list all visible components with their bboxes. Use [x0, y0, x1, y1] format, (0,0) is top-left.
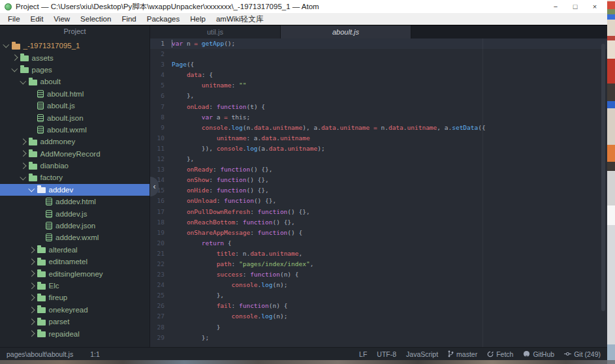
tree-item-fireup[interactable]: fireup [0, 292, 150, 303]
tree-item-editnametel[interactable]: editnametel [0, 256, 150, 267]
code-line[interactable]: 29 }; [150, 333, 607, 343]
chevron-down-icon[interactable] [20, 78, 26, 83]
tree-item-addmoney[interactable]: addmoney [0, 136, 150, 147]
tree-item-assets[interactable]: assets [0, 52, 150, 63]
code-line[interactable]: 18 onReachBottom: function() {}, [150, 217, 607, 228]
code-line[interactable]: 1var n = getApp(); [150, 38, 607, 49]
tree-item-Elc[interactable]: Elc [0, 280, 150, 292]
chevron-right-icon[interactable] [20, 162, 26, 168]
code-line[interactable]: 23 success: function(n) { [150, 269, 607, 280]
chevron-right-icon[interactable] [29, 271, 35, 277]
menu-amwiki[interactable]: amWiki轻文库 [211, 14, 268, 24]
chevron-right-icon[interactable] [20, 151, 26, 157]
code-line[interactable]: 3Page({ [150, 59, 607, 70]
menu-help[interactable]: Help [185, 15, 211, 23]
tab-utiljs[interactable]: util.js [150, 25, 281, 38]
tree-item-aboult.wxml[interactable]: aboult.wxml [0, 124, 150, 136]
code-line[interactable]: 8 var a = this; [150, 112, 607, 123]
tree-item-pages[interactable]: pages [0, 64, 150, 76]
tree-item-adddev.json[interactable]: adddev.json [0, 220, 150, 232]
code-line[interactable]: 16 onUnload: function() {}, [150, 196, 607, 206]
tree-item-aboult.js[interactable]: aboult.js [0, 100, 150, 112]
chevron-right-icon[interactable] [29, 331, 35, 337]
tree-item-AddMoneyRecord[interactable]: AddMoneyRecord [0, 148, 150, 160]
tab-aboultjs[interactable]: aboult.js [281, 25, 411, 38]
code-line[interactable]: 14 onShow: function() {}, [150, 175, 607, 185]
code-line[interactable]: 9 console.log(n.data.unitname), a.data.u… [150, 123, 607, 133]
grammar-indicator[interactable]: JavaScript [406, 350, 438, 358]
chevron-right-icon[interactable] [29, 259, 35, 265]
tree-item-alterdeal[interactable]: alterdeal [0, 244, 150, 256]
tree-item-dianbiao[interactable]: dianbiao [0, 160, 150, 172]
menu-view[interactable]: View [48, 15, 75, 23]
chevron-right-icon[interactable] [29, 307, 35, 312]
editor[interactable]: 1var n = getApp();23Page({4 data: {5 uni… [150, 38, 607, 347]
code-line[interactable]: 10 unitname: a.data.unitname [150, 133, 607, 144]
tree-item-aboult.json[interactable]: aboult.json [0, 112, 150, 123]
chevron-right-icon[interactable] [20, 139, 26, 145]
chevron-down-icon[interactable] [3, 42, 9, 48]
code-line[interactable]: 7 onLoad: function(t) { [150, 102, 607, 112]
tree-item-label: adddev [49, 186, 74, 194]
code-text: console.log(n.data.unitname), a.data.uni… [172, 123, 486, 133]
chevron-right-icon[interactable] [29, 295, 35, 301]
code-line[interactable]: 11 }), console.log(a.data.unitname); [150, 144, 607, 154]
chevron-down-icon[interactable] [20, 174, 26, 179]
menu-file[interactable]: File [3, 15, 25, 23]
line-ending-indicator[interactable]: LF [359, 350, 367, 358]
code-line[interactable]: 20 return { [150, 238, 607, 249]
git-changes-indicator[interactable]: Git (249) [564, 350, 601, 358]
fetch-button[interactable]: Fetch [487, 350, 513, 358]
code-line[interactable]: 5 unitname: "" [150, 80, 607, 91]
folder-icon [37, 247, 46, 253]
tree-item-aboult[interactable]: aboult [0, 76, 150, 87]
code-line[interactable]: 27 console.log(n); [150, 311, 607, 322]
chevron-right-icon[interactable] [12, 55, 18, 61]
tree-item-parset[interactable]: parset [0, 316, 150, 327]
tree-item-adddev.js[interactable]: adddev.js [0, 207, 150, 219]
code-line[interactable]: 4 data: { [150, 70, 607, 80]
code-line[interactable]: 15 onHide: function() {}, [150, 185, 607, 196]
tree-item-adddev[interactable]: adddev [0, 184, 150, 196]
encoding-indicator[interactable]: UTF-8 [377, 350, 396, 358]
code-line[interactable]: 26 fail: function(n) { [150, 301, 607, 311]
chevron-right-icon[interactable] [29, 282, 35, 288]
tree-item-aboult.html[interactable]: aboult.html [0, 88, 150, 100]
code-line[interactable]: 13 onReady: function() {}, [150, 164, 607, 175]
menu-edit[interactable]: Edit [25, 15, 49, 23]
tree-item-repaideal[interactable]: repaideal [0, 327, 150, 339]
folder-icon [37, 284, 46, 290]
code-line[interactable]: 24 console.log(n); [150, 280, 607, 290]
menu-find[interactable]: Find [116, 15, 141, 23]
chevron-right-icon[interactable] [29, 247, 35, 252]
code-line[interactable]: 19 onShareAppMessage: function() { [150, 228, 607, 238]
tree-item-factory[interactable]: factory [0, 172, 150, 183]
menu-packages[interactable]: Packages [142, 15, 185, 23]
cursor-position[interactable]: 1:1 [90, 350, 100, 358]
tree-item-adddev.wxml[interactable]: adddev.wxml [0, 232, 150, 243]
code-line[interactable]: 17 onPullDownRefresh: function() {}, [150, 207, 607, 217]
code-line[interactable]: 22 path: "pages/index/index", [150, 259, 607, 269]
chevron-down-icon[interactable] [12, 66, 18, 72]
tree-item-label: adddev.wxml [55, 234, 99, 241]
tree-item-_-1971317095_1[interactable]: _-1971317095_1 [0, 40, 150, 52]
maximize-button[interactable]: □ [565, 0, 585, 13]
tree-item-adddev.html[interactable]: adddev.html [0, 196, 150, 207]
code-line[interactable]: 12 }, [150, 154, 607, 164]
code-line[interactable]: 2 [150, 49, 607, 59]
close-button[interactable]: × [585, 0, 605, 13]
tree-item-editsinglemoney[interactable]: editsinglemoney [0, 267, 150, 279]
chevron-down-icon[interactable] [29, 186, 35, 192]
tree-view-header: Project [0, 25, 150, 38]
github-button[interactable]: GitHub [523, 350, 554, 358]
menu-selection[interactable]: Selection [75, 15, 116, 23]
code-line[interactable]: 21 title: n.data.unitname, [150, 249, 607, 259]
scrollbar[interactable] [601, 44, 605, 311]
minimize-button[interactable]: − [546, 0, 565, 13]
code-line[interactable]: 28 } [150, 322, 607, 333]
code-line[interactable]: 25 }, [150, 290, 607, 301]
tree-item-onekeyread[interactable]: onekeyread [0, 304, 150, 316]
code-line[interactable]: 6 }, [150, 91, 607, 101]
chevron-right-icon[interactable] [29, 319, 35, 325]
git-branch-indicator[interactable]: master [448, 350, 477, 358]
